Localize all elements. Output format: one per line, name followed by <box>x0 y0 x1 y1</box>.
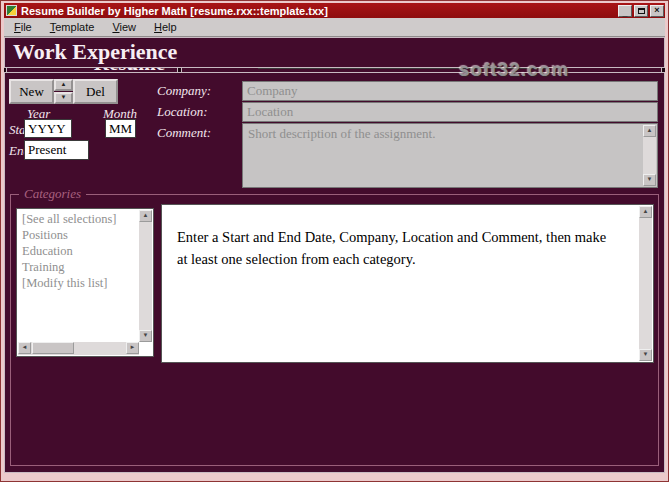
list-item[interactable]: [See all selections] <box>19 211 138 227</box>
scroll-up-icon: ▲ <box>643 208 649 214</box>
title-bar: Resume Builder by Higher Math [resume.rx… <box>4 3 665 18</box>
spinner-down-icon: ▼ <box>61 94 67 100</box>
window-title: Resume Builder by Higher Math [resume.rx… <box>21 5 618 17</box>
scroll-down-button[interactable]: ▼ <box>643 174 656 186</box>
scroll-down-button[interactable]: ▼ <box>639 349 652 361</box>
instructions-scrollbar[interactable]: ▲ ▼ <box>639 206 652 361</box>
minimize-button[interactable]: _ <box>618 5 632 17</box>
end-date-field[interactable] <box>24 140 89 160</box>
categories-legend: Categories <box>19 186 86 202</box>
listbox-vertical-scrollbar[interactable]: ▲ ▼ <box>139 210 152 342</box>
watermark: soft32.com <box>459 59 569 81</box>
comment-text: Short description of the assignment. <box>248 126 640 142</box>
location-label: Location: <box>157 104 208 120</box>
scroll-right-button[interactable]: ► <box>126 342 139 354</box>
comment-scrollbar[interactable]: ▲ ▼ <box>643 125 656 186</box>
scroll-up-icon: ▲ <box>647 127 653 133</box>
menu-file[interactable]: File <box>7 19 39 35</box>
instructions-text: Enter a Start and End Date, Company, Loc… <box>177 227 611 271</box>
minimize-icon: _ <box>622 9 627 18</box>
listbox-horizontal-scrollbar[interactable]: ◄ ► <box>18 342 139 355</box>
app-icon <box>6 5 17 16</box>
close-icon: × <box>654 5 659 15</box>
list-item[interactable]: Positions <box>19 227 138 243</box>
new-button[interactable]: New <box>9 79 54 104</box>
listbox-items: [See all selections] Positions Education… <box>19 211 138 341</box>
close-button[interactable]: × <box>650 5 664 17</box>
company-field[interactable] <box>242 81 658 101</box>
menu-template[interactable]: Template <box>43 19 102 35</box>
menu-bar: File Template View Help <box>4 18 665 37</box>
categories-fieldset: Categories [See all selections] Position… <box>10 194 659 466</box>
scroll-up-button[interactable]: ▲ <box>639 206 652 218</box>
categories-listbox[interactable]: [See all selections] Positions Education… <box>16 208 154 357</box>
scroll-left-icon: ◄ <box>22 344 28 350</box>
scroll-down-button[interactable]: ▼ <box>139 330 152 342</box>
delete-button[interactable]: Del <box>73 79 118 104</box>
menu-help[interactable]: Help <box>147 19 184 35</box>
start-year-field[interactable] <box>24 119 72 138</box>
location-field[interactable] <box>242 102 658 122</box>
scroll-down-icon: ▼ <box>643 351 649 357</box>
record-spinner: ▲ ▼ <box>54 79 73 104</box>
list-item[interactable]: Education <box>19 243 138 259</box>
spinner-up-icon: ▲ <box>61 81 67 87</box>
list-item[interactable]: Training <box>19 259 138 275</box>
comment-field[interactable]: Short description of the assignment. ▲ ▼ <box>242 123 658 188</box>
company-label: Company: <box>157 83 211 99</box>
scroll-down-icon: ▼ <box>143 332 149 338</box>
scroll-up-button[interactable]: ▲ <box>139 210 152 222</box>
maximize-icon <box>638 8 645 14</box>
spinner-down-button[interactable]: ▼ <box>54 92 73 104</box>
start-month-field[interactable] <box>105 119 136 138</box>
scrollbar-thumb[interactable] <box>32 342 74 354</box>
comment-label: Comment: <box>157 125 211 141</box>
scroll-right-icon: ► <box>130 344 136 350</box>
app-window: Resume Builder by Higher Math [resume.rx… <box>0 0 669 482</box>
scroll-up-button[interactable]: ▲ <box>643 125 656 137</box>
window-controls: _ × <box>618 5 664 17</box>
menu-view[interactable]: View <box>105 19 143 35</box>
scroll-left-button[interactable]: ◄ <box>18 342 31 354</box>
maximize-button[interactable] <box>634 5 648 17</box>
client-area: Resume View in Browser Work Experience S… <box>4 37 665 473</box>
spinner-up-button[interactable]: ▲ <box>54 79 73 91</box>
scroll-up-icon: ▲ <box>143 212 149 218</box>
list-item[interactable]: [Modify this list] <box>19 275 138 291</box>
instructions-panel: Enter a Start and End Date, Company, Loc… <box>161 204 654 363</box>
scroll-down-icon: ▼ <box>647 176 653 182</box>
work-experience-editor: New ▲ ▼ Del Year Month Start Date End Da… <box>4 72 665 473</box>
